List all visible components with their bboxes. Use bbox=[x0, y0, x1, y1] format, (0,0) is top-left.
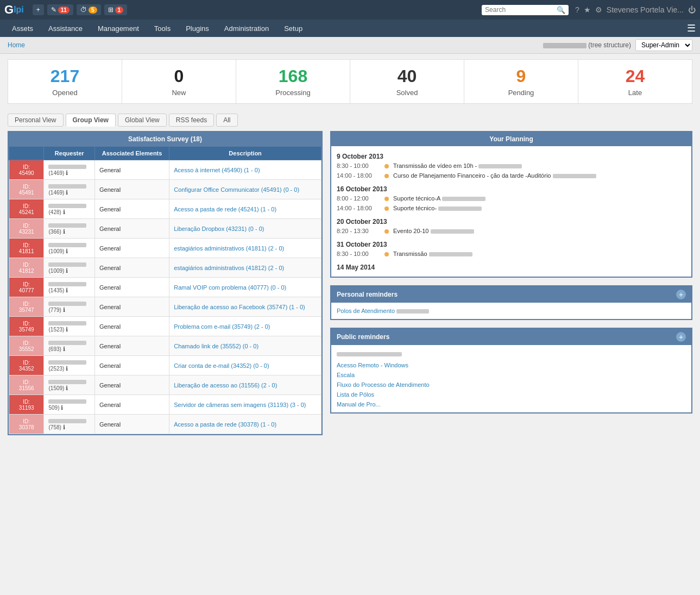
planning-time: 14:00 - 18:00 bbox=[337, 172, 380, 179]
public-reminder-item[interactable]: Lista de Pólos bbox=[337, 390, 686, 399]
nav-assistance[interactable]: Assistance bbox=[41, 21, 90, 36]
stats-row: 217 Opened 0 New 168 Processing 40 Solve… bbox=[8, 59, 692, 104]
description-link[interactable]: Criar conta de e-mail (34352) (0 - 0) bbox=[174, 362, 269, 369]
nav-plugins[interactable]: Plugins bbox=[178, 21, 217, 36]
row-description: Configurar Office Communicator (45491) (… bbox=[169, 180, 321, 199]
planning-text[interactable]: Transmissão de vídeo em 10h - bbox=[393, 162, 522, 169]
ticket-button[interactable]: ✎ 11 bbox=[47, 4, 73, 15]
description-link[interactable]: Liberação de acesso ao Facebook (35747) … bbox=[174, 304, 305, 310]
breadcrumb: Home (tree structure) Super-Admin bbox=[0, 37, 700, 54]
planning-item: 14:00 - 18:00 Suporte técnico- bbox=[337, 205, 686, 211]
search-input[interactable] bbox=[485, 6, 557, 14]
logo[interactable]: G lpi bbox=[4, 3, 24, 17]
star-icon[interactable]: ★ bbox=[584, 5, 591, 14]
super-admin-select[interactable]: Super-Admin bbox=[635, 39, 692, 51]
public-reminder-link[interactable]: Fluxo do Processo de Atendimento bbox=[337, 381, 430, 388]
row-id: ID: 34352 bbox=[9, 356, 44, 375]
power-icon[interactable]: ⏻ bbox=[688, 5, 696, 14]
planning-date: 9 October 2013 bbox=[337, 149, 686, 162]
planning-text[interactable]: Evento 20-10 bbox=[393, 228, 474, 234]
topbar-actions: ? ★ ⚙ Stevenes Portela Vie... ⏻ bbox=[575, 5, 696, 14]
help-icon[interactable]: ? bbox=[575, 5, 579, 14]
planning-text[interactable]: Suporte técnico-A bbox=[393, 195, 485, 202]
tab-rss-feeds[interactable]: RSS feeds bbox=[169, 114, 214, 127]
table-row: ID: 35552 (693) ℹ General Chamado link d… bbox=[9, 336, 321, 356]
row-description: estagiários administrativos (41812) (2 -… bbox=[169, 258, 321, 278]
stat-processing-label: Processing bbox=[241, 89, 345, 97]
row-elements: General bbox=[94, 317, 169, 336]
planning-body[interactable]: 9 October 2013 8:30 - 10:00 Transmissão … bbox=[331, 146, 691, 277]
public-reminder-link[interactable]: Acesso Remoto - Windows bbox=[337, 362, 408, 368]
row-description: Ramal VOIP com problema (40777) (0 - 0) bbox=[169, 278, 321, 297]
row-requester: (758) ℹ bbox=[44, 415, 95, 434]
home-link[interactable]: Home bbox=[8, 41, 25, 49]
nav-tools[interactable]: Tools bbox=[147, 21, 178, 36]
public-reminder-item[interactable]: Fluxo do Processo de Atendimento bbox=[337, 380, 686, 390]
search-bar[interactable]: 🔍 bbox=[482, 5, 569, 15]
planning-dot-icon bbox=[384, 229, 389, 234]
row-id: ID: 41812 bbox=[9, 258, 44, 278]
personal-reminders-header: Personal reminders + bbox=[331, 286, 691, 303]
description-link[interactable]: Acesso a pasta de rede (30378) (1 - 0) bbox=[174, 421, 276, 428]
description-link[interactable]: Liberação de acesso ao (31556) (2 - 0) bbox=[174, 382, 277, 389]
stat-new-number: 0 bbox=[127, 66, 231, 86]
row-elements: General bbox=[94, 297, 169, 317]
row-id: ID: 31193 bbox=[9, 395, 44, 415]
description-link[interactable]: estagiários administrativos (41811) (2 -… bbox=[174, 245, 284, 252]
row-elements: General bbox=[94, 258, 169, 278]
row-requester: (1509) ℹ bbox=[44, 375, 95, 395]
planning-item: 8:30 - 10:00 Transmissão bbox=[337, 250, 686, 257]
stat-late-number: 24 bbox=[583, 66, 688, 86]
public-reminder-link[interactable]: Manual de Pro... bbox=[337, 401, 381, 408]
public-reminder-item[interactable]: Escala bbox=[337, 370, 686, 380]
public-reminder-link[interactable]: Lista de Pólos bbox=[337, 391, 374, 398]
public-reminder-item[interactable] bbox=[337, 348, 686, 360]
description-link[interactable]: Ramal VOIP com problema (40777) (0 - 0) bbox=[174, 284, 286, 291]
reminder-link[interactable]: Polos de Atendimento bbox=[337, 308, 429, 314]
table-row: ID: 30378 (758) ℹ General Acesso a pasta… bbox=[9, 415, 321, 434]
row-elements: General bbox=[94, 160, 169, 180]
nav-administration[interactable]: Administration bbox=[217, 21, 276, 36]
row-id: ID: 35552 bbox=[9, 336, 44, 356]
reminder-item[interactable]: Polos de Atendimento bbox=[337, 306, 686, 316]
description-link[interactable]: Chamado link de (35552) (0 - 0) bbox=[174, 343, 258, 349]
row-description: estagiários administrativos (41811) (2 -… bbox=[169, 239, 321, 258]
description-link[interactable]: Configurar Office Communicator (45491) (… bbox=[174, 186, 299, 193]
col-elements: Associated Elements bbox=[94, 147, 169, 160]
planning-time: 8:20 - 13:30 bbox=[337, 228, 380, 234]
description-link[interactable]: Servidor de câmeras sem imagens (31193) … bbox=[174, 402, 306, 408]
add-public-reminder-button[interactable]: + bbox=[676, 332, 686, 342]
nav-assets[interactable]: Assets bbox=[4, 21, 41, 36]
planning-text[interactable]: Suporte técnico- bbox=[393, 205, 482, 211]
tab-global-view[interactable]: Global View bbox=[118, 114, 167, 127]
stat-late: 24 Late bbox=[578, 60, 692, 103]
tab-personal-view[interactable]: Personal View bbox=[8, 114, 64, 127]
nav-setup[interactable]: Setup bbox=[276, 21, 310, 36]
planning-dot-icon bbox=[384, 206, 389, 211]
public-reminder-link[interactable]: Escala bbox=[337, 372, 355, 378]
add-button[interactable]: + bbox=[33, 4, 44, 15]
tab-all[interactable]: All bbox=[216, 114, 237, 127]
tab-group-view[interactable]: Group View bbox=[66, 114, 116, 127]
planning-item: 8:00 - 12:00 Suporte técnico-A bbox=[337, 195, 686, 202]
user-label[interactable]: Stevenes Portela Vie... bbox=[607, 5, 684, 14]
clock-button[interactable]: ⏱ 5 bbox=[77, 4, 101, 15]
public-reminder-item[interactable]: Acesso Remoto - Windows bbox=[337, 360, 686, 370]
description-link[interactable]: Problema com e-mail (35749) (2 - 0) bbox=[174, 323, 270, 330]
add-personal-reminder-button[interactable]: + bbox=[676, 290, 686, 299]
description-link[interactable]: Liberação Dropbox (43231) (0 - 0) bbox=[174, 226, 264, 232]
public-reminder-item[interactable]: Manual de Pro... bbox=[337, 399, 686, 409]
right-panel: Your Planning 9 October 2013 8:30 - 10:0… bbox=[330, 131, 692, 435]
clock-badge: 5 bbox=[89, 7, 97, 14]
description-link[interactable]: Acesso a pasta de rede (45241) (1 - 0) bbox=[174, 206, 276, 212]
planning-text[interactable]: Transmissão bbox=[393, 250, 472, 257]
grid-button[interactable]: ⊞ 1 bbox=[104, 4, 128, 15]
description-link[interactable]: Acesso à internet (45490) (1 - 0) bbox=[174, 167, 260, 173]
gear-icon[interactable]: ⚙ bbox=[595, 5, 602, 14]
planning-text[interactable]: Curso de Planejamento Financeiro - ção d… bbox=[393, 172, 596, 179]
hamburger-icon[interactable]: ☰ bbox=[687, 22, 696, 34]
row-requester: (1009) ℹ bbox=[44, 239, 95, 258]
description-link[interactable]: estagiários administrativos (41812) (2 -… bbox=[174, 265, 284, 271]
nav-management[interactable]: Management bbox=[90, 21, 147, 36]
table-row: ID: 34352 (2523) ℹ General Criar conta d… bbox=[9, 356, 321, 375]
